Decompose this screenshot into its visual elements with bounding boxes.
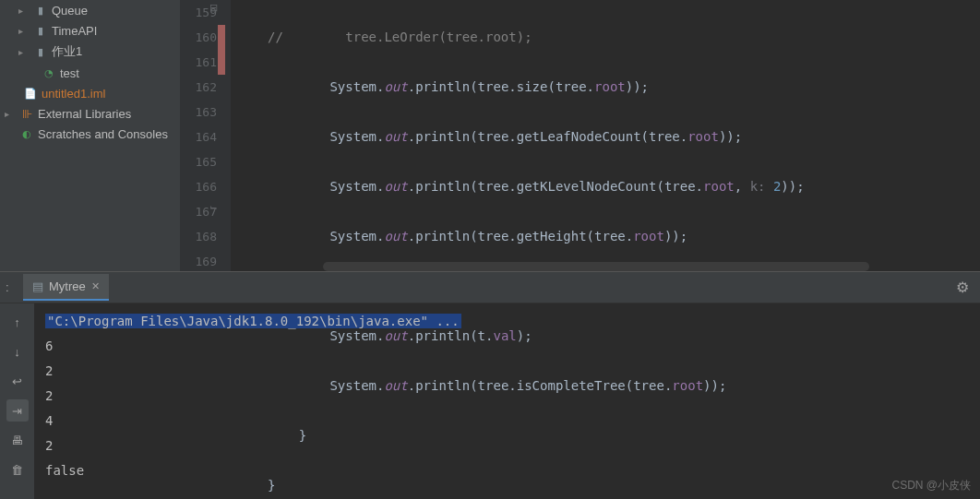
folder-icon: ▮ bbox=[33, 23, 48, 38]
tab-label: Mytree bbox=[49, 279, 86, 293]
run-tab-mytree[interactable]: ▤ Mytree ✕ bbox=[23, 274, 109, 301]
code-163: System.out.println(tree.getHeight(tree.r… bbox=[268, 224, 980, 249]
chevron-right-icon: ▸ bbox=[18, 47, 30, 57]
gutter[interactable]: 159 160 161 162 163 164 165 166 167 168 … bbox=[180, 0, 231, 271]
tree-label: 作业1 bbox=[52, 43, 82, 60]
tree-label: test bbox=[60, 66, 79, 80]
code-167: } bbox=[268, 423, 980, 448]
tab-bar: : ▤ Mytree ✕ ⚙ bbox=[0, 272, 980, 303]
code-162: System.out.println(tree.getKLevelNodeCou… bbox=[268, 174, 980, 199]
up-arrow-icon[interactable]: ↑ bbox=[6, 311, 29, 333]
test-icon: ◔ bbox=[42, 65, 56, 80]
code-166: System.out.println(tree.isCompleteTree(t… bbox=[268, 374, 980, 398]
line-number: 162 bbox=[180, 75, 217, 100]
line-number: 168 bbox=[180, 224, 217, 249]
watermark: CSDN @小皮侠 bbox=[891, 478, 971, 493]
tree-item-iml[interactable]: 📄 untitled1.iml bbox=[5, 83, 180, 103]
fold-end-icon[interactable]: ⌙ bbox=[209, 201, 218, 213]
soft-wrap-icon[interactable]: ↩ bbox=[6, 370, 29, 392]
line-number: 160 bbox=[180, 25, 217, 50]
code-content[interactable]: // tree.LeOrder(tree.root); System.out.p… bbox=[231, 0, 980, 271]
tree-item-external-libraries[interactable]: ▸ ⊪ External Libraries bbox=[5, 103, 180, 124]
line-number: 166 bbox=[180, 174, 217, 199]
down-arrow-icon[interactable]: ↓ bbox=[6, 340, 29, 362]
tree-label: External Libraries bbox=[38, 107, 131, 121]
tree-item-scratches[interactable]: ◐ Scratches and Consoles bbox=[5, 124, 180, 144]
tree-item-timeapi[interactable]: ▸ ▮ TimeAPI bbox=[5, 20, 180, 41]
code-161: System.out.println(tree.getLeafNodeCount… bbox=[268, 125, 980, 149]
chevron-right-icon: ▸ bbox=[18, 6, 30, 16]
close-icon[interactable]: ✕ bbox=[91, 280, 100, 292]
line-number: 169 bbox=[180, 249, 217, 274]
gear-icon[interactable]: ⚙ bbox=[956, 279, 969, 296]
trash-icon[interactable]: 🗑 bbox=[6, 458, 29, 481]
chevron-right-icon: ▸ bbox=[18, 26, 30, 36]
library-icon: ⊪ bbox=[19, 106, 34, 121]
tree-item-homework1[interactable]: ▸ ▮ 作业1 bbox=[5, 41, 180, 63]
console-toolbar: ↑ ↓ ↩ ⇥ 🖶 🗑 bbox=[0, 303, 34, 499]
tree-label: Scratches and Consoles bbox=[38, 127, 168, 141]
print-icon[interactable]: 🖶 bbox=[6, 429, 29, 451]
code-160: System.out.println(tree.size(tree.root))… bbox=[268, 75, 980, 100]
code-159: // tree.LeOrder(tree.root); bbox=[268, 30, 532, 44]
line-number: 163 bbox=[180, 100, 217, 125]
tree-label: untitled1.iml bbox=[42, 87, 105, 101]
project-tree[interactable]: ▸ ▮ Queue ▸ ▮ TimeAPI ▸ ▮ 作业1 ◔ test 📄 u… bbox=[0, 0, 180, 271]
tree-item-queue[interactable]: ▸ ▮ Queue bbox=[5, 0, 180, 20]
code-165: System.out.println(t.val); bbox=[268, 324, 980, 349]
tree-label: TimeAPI bbox=[52, 24, 97, 38]
tree-item-test[interactable]: ◔ test bbox=[5, 63, 180, 83]
editor-area[interactable]: 159 160 161 162 163 164 165 166 167 168 … bbox=[180, 0, 980, 271]
code-168: } bbox=[268, 473, 980, 498]
iml-file-icon: 📄 bbox=[23, 86, 38, 101]
folder-icon: ▮ bbox=[33, 3, 48, 18]
line-number: 165 bbox=[180, 149, 217, 174]
run-config-icon: ▤ bbox=[32, 279, 43, 293]
folder-icon: ▮ bbox=[33, 44, 48, 59]
tree-label: Queue bbox=[52, 4, 88, 18]
line-number: 164 bbox=[180, 125, 217, 149]
fold-minus-icon[interactable]: ⊟ bbox=[209, 2, 218, 14]
chevron-right-icon: ▸ bbox=[5, 109, 16, 119]
line-number: 161 bbox=[180, 50, 217, 75]
scratches-icon: ◐ bbox=[19, 126, 34, 141]
more-icon[interactable]: : bbox=[6, 280, 9, 294]
horizontal-scrollbar[interactable] bbox=[323, 262, 869, 271]
scroll-to-end-icon[interactable]: ⇥ bbox=[6, 399, 29, 422]
